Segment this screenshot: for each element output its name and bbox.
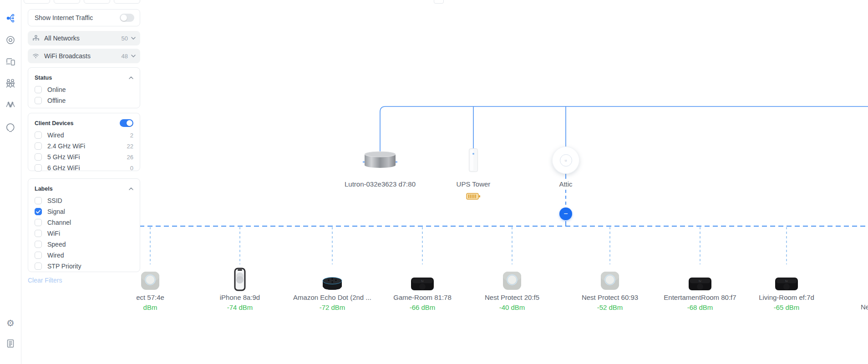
- show-internet-traffic-toggle[interactable]: [120, 14, 134, 22]
- gear-icon[interactable]: ⚙: [5, 318, 15, 328]
- apple-tv-icon: tv: [372, 265, 472, 291]
- app-icon-rail: ⚙: [0, 0, 21, 364]
- filter-option-ssid[interactable]: SSID: [35, 197, 133, 204]
- filter-option-label: Online: [47, 86, 133, 93]
- filter-option-count: 26: [127, 154, 133, 161]
- client-node[interactable]: Amazon Echo Dot (2nd ...-72 dBm: [282, 265, 382, 311]
- echo-dot-icon: [282, 265, 382, 291]
- wifi-icon: [32, 52, 41, 60]
- client-node[interactable]: tvLiving-Room ef:7d-65 dBm: [736, 265, 837, 311]
- filter-option-channel[interactable]: Channel: [35, 219, 133, 226]
- filter-option-wired[interactable]: Wired2: [35, 131, 133, 139]
- filter-option-wifi[interactable]: WiFi: [35, 230, 133, 237]
- partial-toolbar-button[interactable]: [54, 0, 80, 4]
- checkbox-unchecked[interactable]: [35, 197, 42, 204]
- checkbox-unchecked[interactable]: [35, 153, 42, 161]
- filter-option-6-ghz-wifi[interactable]: 6 GHz WiFi0: [35, 164, 133, 172]
- partial-toolbar-button[interactable]: [84, 0, 110, 4]
- client-label: Ne: [861, 303, 868, 311]
- filter-option-count: 0: [130, 165, 133, 172]
- client-devices-toggle[interactable]: [120, 119, 133, 127]
- partial-bottom-dots[interactable]: [5, 360, 15, 364]
- chevron-down-icon: [131, 55, 136, 57]
- filter-option-signal[interactable]: Signal: [35, 208, 133, 215]
- partial-toolbar-button[interactable]: [24, 0, 50, 4]
- filter-option-label: SSID: [47, 197, 133, 204]
- svg-text:tv: tv: [699, 279, 701, 283]
- collapse-branch-button[interactable]: −: [559, 207, 572, 220]
- nest-protect-icon: [462, 265, 562, 291]
- client-node[interactable]: Nest Protect 20:f5-40 dBm: [462, 265, 562, 311]
- lutron-hub-icon: [364, 150, 396, 169]
- all-networks-selector[interactable]: All Networks 50: [28, 31, 140, 46]
- filter-option-label: STP Priority: [47, 263, 133, 270]
- svg-text:tv: tv: [421, 279, 424, 283]
- devices-icon[interactable]: [5, 56, 15, 66]
- client-label: Living-Room ef:7d: [736, 293, 837, 301]
- checkbox-unchecked[interactable]: [35, 230, 42, 237]
- topology-icon[interactable]: [5, 13, 15, 23]
- checkbox-unchecked[interactable]: [35, 219, 42, 226]
- filter-option-label: Speed: [47, 241, 133, 248]
- checkbox-unchecked[interactable]: [35, 131, 42, 139]
- filter-option-count: 22: [127, 143, 133, 150]
- filter-option-2-4-ghz-wifi[interactable]: 2.4 GHz WiFi22: [35, 142, 133, 150]
- insights-icon[interactable]: [5, 100, 15, 110]
- wifi-broadcasts-selector[interactable]: WiFi Broadcasts 48: [28, 49, 140, 63]
- client-node[interactable]: iPhone 8a:9d-74 dBm: [190, 265, 290, 311]
- checkbox-unchecked[interactable]: [35, 164, 42, 172]
- filter-option-online[interactable]: Online: [35, 86, 133, 93]
- chevron-up-icon[interactable]: [129, 76, 133, 79]
- chevron-up-icon[interactable]: [129, 187, 133, 190]
- filter-option-wired[interactable]: Wired: [35, 252, 133, 259]
- filter-option-stp-priority[interactable]: STP Priority: [35, 263, 133, 270]
- radar-icon[interactable]: [5, 35, 15, 45]
- clear-filters-link[interactable]: Clear Filters: [28, 277, 62, 284]
- access-point-icon: u: [560, 154, 572, 167]
- network-tree-icon: [32, 35, 41, 42]
- checkbox-unchecked[interactable]: [35, 142, 42, 150]
- client-signal: -74 dBm: [190, 303, 290, 311]
- client-node[interactable]: tvGame-Room 81:78-66 dBm: [372, 265, 472, 311]
- checkbox-checked[interactable]: [35, 208, 42, 215]
- partial-toolbar-box[interactable]: [434, 0, 444, 4]
- client-label: iPhone 8a:9d: [190, 293, 290, 301]
- people-icon[interactable]: [5, 78, 15, 88]
- partial-toolbar-button[interactable]: [114, 0, 140, 4]
- filter-option-label: Offline: [47, 97, 133, 104]
- apple-tv-icon: tv: [650, 265, 750, 291]
- client-devices-section-title: Client Devices: [35, 120, 73, 126]
- checkbox-unchecked[interactable]: [35, 263, 42, 270]
- nest-protect-icon: [560, 265, 660, 291]
- device-node-attic[interactable]: u: [552, 147, 579, 174]
- filter-option-label: 5 GHz WiFi: [47, 153, 127, 161]
- filter-option-5-ghz-wifi[interactable]: 5 GHz WiFi26: [35, 153, 133, 161]
- all-networks-label: All Networks: [44, 35, 122, 42]
- all-networks-count: 50: [122, 35, 128, 42]
- checkbox-unchecked[interactable]: [35, 252, 42, 259]
- client-signal: -65 dBm: [736, 303, 837, 311]
- labels-filter-card: Labels SSIDSignalChannelWiFiSpeedWiredST…: [28, 178, 140, 272]
- wifi-broadcasts-label: WiFi Broadcasts: [44, 52, 122, 60]
- ring-icon[interactable]: [5, 122, 15, 132]
- checkbox-unchecked[interactable]: [35, 97, 42, 104]
- show-internet-traffic-card: Show Internet Traffic: [28, 9, 140, 26]
- client-node[interactable]: Ne: [861, 301, 868, 311]
- device-node-ups-tower[interactable]: [468, 148, 478, 174]
- client-label: Amazon Echo Dot (2nd ...: [282, 293, 382, 301]
- log-icon[interactable]: [5, 339, 15, 349]
- partial-top-icon[interactable]: [5, 0, 15, 5]
- client-node[interactable]: tvEntertamentRoom 80:f7-68 dBm: [650, 265, 750, 311]
- client-node[interactable]: Nest Protect 60:93-52 dBm: [560, 265, 660, 311]
- status-filter-card: Status OnlineOffline: [28, 67, 140, 108]
- checkbox-unchecked[interactable]: [35, 86, 42, 93]
- filter-option-offline[interactable]: Offline: [35, 97, 133, 104]
- checkbox-unchecked[interactable]: [35, 241, 42, 248]
- client-signal: -68 dBm: [650, 303, 750, 311]
- labels-section-title: Labels: [35, 186, 53, 192]
- device-node-lutron[interactable]: [364, 150, 396, 171]
- filter-option-speed[interactable]: Speed: [35, 241, 133, 248]
- filter-option-label: Wired: [47, 131, 130, 139]
- client-signal: -40 dBm: [462, 303, 562, 311]
- chevron-down-icon: [131, 37, 136, 40]
